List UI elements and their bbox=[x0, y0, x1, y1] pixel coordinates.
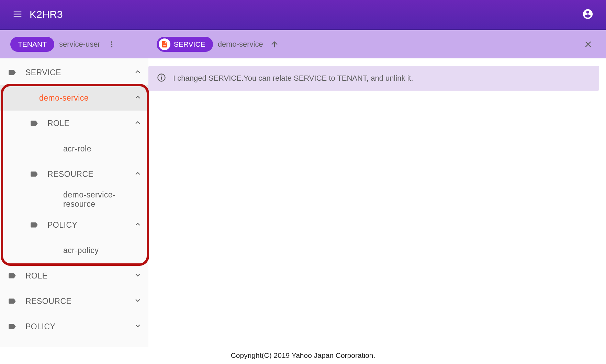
tree-item-role[interactable]: ROLE bbox=[0, 263, 148, 288]
info-text: I changed SERVICE.You can relate SERVICE… bbox=[173, 74, 413, 83]
main: SERVICEdemo-serviceROLEacr-roleRESOURCEd… bbox=[0, 58, 606, 347]
tree-item-acr-policy[interactable]: acr-policy bbox=[0, 238, 148, 263]
tree-item-label: RESOURCE bbox=[25, 297, 133, 306]
service-doc-icon-wrapper bbox=[159, 38, 170, 50]
tree-item-label: demo-service-resource bbox=[63, 190, 142, 209]
service-value: demo-service bbox=[218, 40, 263, 49]
tenant-more-button[interactable] bbox=[104, 37, 119, 52]
service-block: SERVICE demo-service bbox=[157, 37, 282, 52]
tree-item-label: ROLE bbox=[47, 119, 133, 128]
sidebar: SERVICEdemo-serviceROLEacr-roleRESOURCEd… bbox=[0, 58, 148, 347]
hamburger-icon bbox=[12, 9, 23, 19]
info-banner: I changed SERVICE.You can relate SERVICE… bbox=[148, 66, 599, 91]
tree-item-acr-role[interactable]: acr-role bbox=[0, 136, 148, 161]
label-icon bbox=[8, 271, 16, 280]
service-chip-label: SERVICE bbox=[174, 40, 205, 48]
chevron-down-icon[interactable] bbox=[133, 271, 142, 281]
tree-item-demo-service[interactable]: demo-service bbox=[0, 85, 148, 111]
tree-item-role[interactable]: ROLE bbox=[0, 111, 148, 136]
chevron-up-icon[interactable] bbox=[133, 220, 142, 230]
tree-item-label: acr-role bbox=[63, 144, 142, 153]
chevron-down-icon[interactable] bbox=[133, 296, 142, 306]
label-icon bbox=[8, 297, 16, 306]
info-icon bbox=[157, 73, 166, 84]
app-bar: K2HR3 bbox=[0, 0, 606, 30]
chevron-up-icon[interactable] bbox=[133, 67, 142, 78]
app-title: K2HR3 bbox=[30, 9, 579, 20]
label-icon bbox=[8, 322, 16, 331]
menu-button[interactable] bbox=[10, 6, 25, 23]
close-icon bbox=[583, 39, 593, 49]
arrow-upward-icon bbox=[270, 40, 279, 49]
chevron-up-icon[interactable] bbox=[133, 93, 142, 103]
label-icon bbox=[30, 220, 38, 229]
tree-item-service[interactable]: SERVICE bbox=[0, 60, 148, 85]
tree-item-resource[interactable]: RESOURCE bbox=[0, 288, 148, 314]
tree-item-policy[interactable]: POLICY bbox=[0, 212, 148, 238]
tree-item-label: RESOURCE bbox=[47, 170, 133, 179]
tree-item-label: ROLE bbox=[25, 271, 133, 281]
label-icon bbox=[30, 170, 38, 179]
more-vert-icon bbox=[107, 40, 116, 49]
tree-item-label: demo-service bbox=[39, 93, 133, 103]
chevron-up-icon[interactable] bbox=[133, 118, 142, 128]
tenant-chip[interactable]: TENANT bbox=[10, 37, 54, 52]
document-icon bbox=[161, 41, 168, 48]
label-icon bbox=[8, 68, 16, 77]
label-icon bbox=[30, 119, 38, 128]
chevron-down-icon[interactable] bbox=[133, 321, 142, 332]
tree-item-resource[interactable]: RESOURCE bbox=[0, 161, 148, 187]
toolbar: TENANT service-user SERVICE demo-service bbox=[0, 30, 606, 58]
service-chip[interactable]: SERVICE bbox=[157, 37, 213, 52]
tenant-value: service-user bbox=[59, 40, 100, 49]
chevron-up-icon[interactable] bbox=[133, 169, 142, 179]
tree-item-label: POLICY bbox=[47, 220, 133, 230]
tree-item-demo-service-resource[interactable]: demo-service-resource bbox=[0, 187, 148, 212]
account-circle-icon bbox=[582, 8, 594, 20]
tree-item-label: POLICY bbox=[25, 322, 133, 331]
tree-item-label: acr-policy bbox=[63, 246, 142, 255]
footer: Copyright(C) 2019 Yahoo Japan Corporatio… bbox=[0, 347, 606, 364]
content: I changed SERVICE.You can relate SERVICE… bbox=[148, 58, 606, 347]
service-up-button[interactable] bbox=[267, 37, 282, 52]
account-button[interactable] bbox=[579, 5, 596, 24]
tree-item-label: SERVICE bbox=[25, 68, 133, 77]
copyright-text: Copyright(C) 2019 Yahoo Japan Corporatio… bbox=[231, 351, 375, 360]
close-button[interactable] bbox=[581, 37, 596, 52]
tree-item-policy[interactable]: POLICY bbox=[0, 314, 148, 339]
